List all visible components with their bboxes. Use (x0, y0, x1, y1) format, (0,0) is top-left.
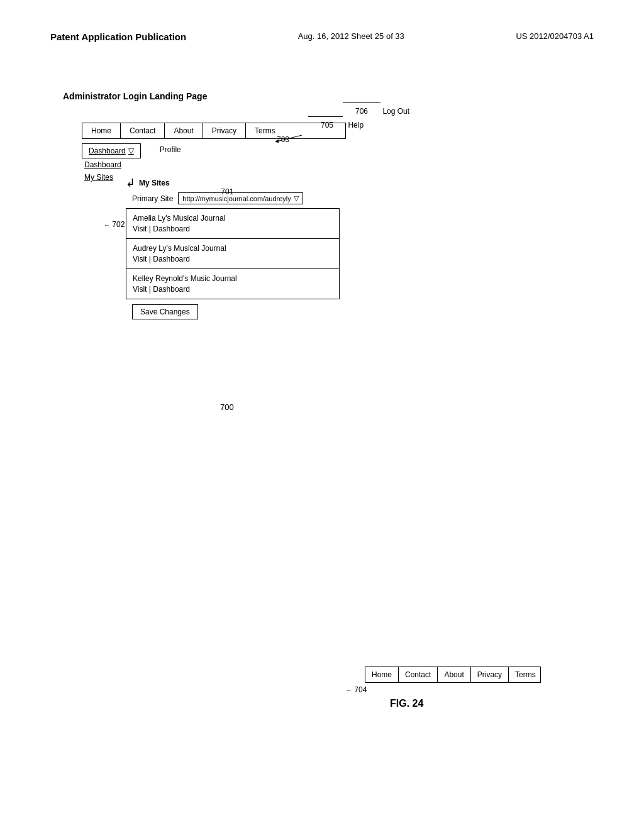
nav-about[interactable]: About (165, 123, 203, 138)
page-section-label: Administrator Login Landing Page (63, 91, 207, 101)
bottom-nav-home[interactable]: Home (365, 667, 399, 682)
nav-bar-bottom: Home Contact About Privacy Terms (365, 667, 541, 683)
dashboard-arrow-icon: ▽ (128, 147, 134, 155)
dashboard-label: Dashboard (89, 147, 126, 155)
site-section-3: Kelley Reynold's Music Journal Visit | D… (126, 269, 340, 299)
page-header: Patent Application Publication Aug. 16, … (50, 31, 594, 42)
annot-706-line (343, 102, 380, 103)
help-label: Help (348, 121, 364, 130)
dashboard-link[interactable]: Dashboard (82, 158, 141, 171)
url-dropdown-arrow: ▽ (294, 194, 299, 202)
primary-site-label: Primary Site (132, 194, 173, 203)
nav-home[interactable]: Home (82, 123, 121, 138)
site-2-link[interactable]: Visit | Dashboard (133, 255, 333, 263)
header-center: Aug. 16, 2012 Sheet 25 of 33 (298, 31, 404, 41)
site-1-name: Amelia Ly's Musical Journal (133, 214, 333, 223)
fig-label: FIG. 24 (390, 698, 423, 709)
site-1-link[interactable]: Visit | Dashboard (133, 224, 333, 233)
site-3-link[interactable]: Visit | Dashboard (133, 285, 333, 294)
site-2-name: Audrey Ly's Musical Journal (133, 244, 333, 253)
annot-702: ← 702 (104, 220, 125, 229)
site-3-name: Kelley Reynold's Music Journal (133, 274, 333, 283)
annot-704: ← 704 (346, 685, 367, 694)
bottom-nav-section: Home Contact About Privacy Terms ← 704 (365, 667, 541, 683)
site-section-2: Audrey Ly's Musical Journal Visit | Dash… (126, 239, 340, 269)
profile-label[interactable]: Profile (160, 143, 181, 156)
header-right: US 2012/0204703 A1 (516, 31, 594, 41)
dashboard-dropdown[interactable]: Dashboard ▽ (82, 143, 141, 158)
svg-line-0 (277, 135, 302, 141)
url-dropdown[interactable]: http://mymusicjournal.com/audreyly ▽ (178, 192, 303, 204)
nav-contact[interactable]: Contact (121, 123, 165, 138)
bottom-nav-contact[interactable]: Contact (399, 667, 438, 682)
bottom-nav-terms[interactable]: Terms (509, 667, 542, 682)
bottom-nav-about[interactable]: About (438, 667, 470, 682)
my-sites-section: ↳ My Sites Primary Site http://mymusicjo… (126, 176, 340, 319)
site-section-1: Amelia Ly's Musical Journal Visit | Dash… (126, 208, 340, 239)
annot-705-line (308, 116, 343, 117)
annot-705-label: 705 Help (321, 121, 364, 130)
bottom-nav-privacy[interactable]: Privacy (471, 667, 509, 682)
chevron-back-icon: ↳ (126, 176, 135, 190)
annot-703-arrow (270, 126, 321, 145)
save-changes-button[interactable]: Save Changes (132, 304, 198, 319)
annot-700: 700 (220, 402, 234, 412)
annot-701: ← 701 (213, 187, 233, 196)
my-sites-header: My Sites (139, 179, 170, 187)
header-left: Patent Application Publication (50, 31, 186, 42)
url-text: http://mymusicjournal.com/audreyly (182, 195, 291, 202)
log-out-label: Log Out (382, 107, 409, 116)
annot-706: 706 Log Out (355, 107, 409, 116)
nav-privacy[interactable]: Privacy (203, 123, 246, 138)
